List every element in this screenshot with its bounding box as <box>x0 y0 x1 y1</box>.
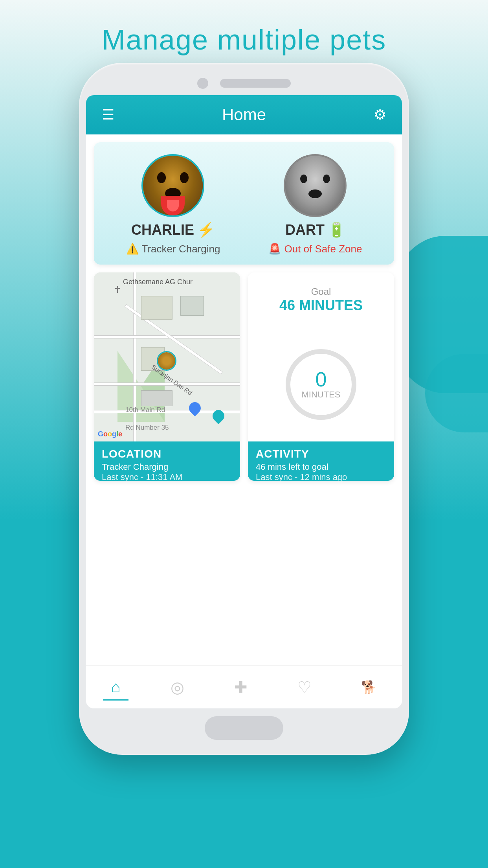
app-header: ☰ Home ⚙ <box>86 95 402 134</box>
pet-item-charlie[interactable]: CHARLIE ⚡ ⚠️ Tracker Charging <box>126 154 220 255</box>
tenth-main-label: 10th Main Rd <box>125 406 165 414</box>
progress-card: 0 MINUTES <box>248 327 394 441</box>
panels-row: ✝ Gethsemane AG Chur Suranjan Das Rd 10t… <box>94 272 394 481</box>
pets-nav-icon: 🐕 <box>361 680 377 695</box>
map-content: ✝ Gethsemane AG Chur Suranjan Das Rd 10t… <box>94 272 240 441</box>
church-icon: ✝ <box>114 284 121 295</box>
nav-location[interactable]: ◎ <box>163 674 192 700</box>
phone-bottom-bar <box>86 708 402 748</box>
charlie-battery-icon: ⚡ <box>197 222 215 238</box>
activity-status: 46 mins left to goal <box>256 462 386 472</box>
goal-label: Goal <box>311 286 331 297</box>
charlie-status: ⚠️ Tracker Charging <box>126 243 220 255</box>
location-footer: LOCATION Tracker Charging Last sync - 11… <box>94 441 240 481</box>
pet-item-dart[interactable]: DART 🔋 🚨 Out of Safe Zone <box>268 154 362 255</box>
phone-mockup: ☰ Home ⚙ <box>79 63 409 755</box>
phone-home-button[interactable] <box>205 716 283 740</box>
nav-pets[interactable]: 🐕 <box>353 676 385 699</box>
bottom-nav: ⌂ ◎ ✚ ♡ 🐕 <box>86 665 402 708</box>
dart-avatar <box>284 154 347 217</box>
dart-status: 🚨 Out of Safe Zone <box>268 243 362 255</box>
location-nav-icon: ◎ <box>171 678 184 696</box>
phone-speaker <box>220 79 291 88</box>
charlie-dog-face <box>143 156 203 215</box>
progress-number: 0 <box>316 369 327 390</box>
location-status: Tracker Charging <box>102 462 232 472</box>
rd-number-label: Rd Number 35 <box>125 424 169 432</box>
settings-icon[interactable]: ⚙ <box>374 107 386 123</box>
dart-status-icon: 🚨 <box>268 243 281 255</box>
phone-screen: ☰ Home ⚙ <box>86 95 402 708</box>
health-nav-icon: ♡ <box>297 678 312 696</box>
map-dog-pin[interactable] <box>157 351 176 371</box>
nav-health[interactable]: ♡ <box>290 674 319 700</box>
activity-title: ACTIVITY <box>256 448 386 460</box>
nav-home[interactable]: ⌂ <box>103 674 128 700</box>
charlie-avatar <box>141 154 204 217</box>
dart-dog-face <box>285 156 345 215</box>
header-title: Home <box>222 105 266 124</box>
menu-icon[interactable]: ☰ <box>102 107 114 123</box>
phone-top-bar <box>86 70 402 95</box>
progress-circle: 0 MINUTES <box>286 349 356 420</box>
location-sync: Last sync - 11:31 AM <box>102 472 232 481</box>
dart-battery-icon: 🔋 <box>328 222 345 238</box>
charlie-name: CHARLIE ⚡ <box>131 222 215 238</box>
activity-sync: Last sync - 12 mins ago <box>256 472 386 481</box>
phone-camera <box>197 78 208 89</box>
charlie-status-icon: ⚠️ <box>126 243 139 255</box>
goal-value: 46 MINUTES <box>279 297 363 314</box>
pets-card: CHARLIE ⚡ ⚠️ Tracker Charging <box>94 142 394 265</box>
google-logo: Google <box>98 430 122 438</box>
location-title: LOCATION <box>102 448 232 460</box>
church-label: Gethsemane AG Chur <box>123 278 193 286</box>
nav-add[interactable]: ✚ <box>226 674 255 700</box>
dart-name: DART 🔋 <box>285 222 345 238</box>
add-nav-icon: ✚ <box>234 678 248 696</box>
phone-shell: ☰ Home ⚙ <box>79 63 409 755</box>
goal-card: Goal 46 MINUTES <box>248 272 394 327</box>
activity-panel: Goal 46 MINUTES 0 MINUTES ACTIVITY 46 mi… <box>248 272 394 481</box>
activity-footer: ACTIVITY 46 mins left to goal Last sync … <box>248 441 394 481</box>
progress-unit: MINUTES <box>302 390 341 400</box>
page-title: Manage multiple pets <box>0 0 488 72</box>
map-panel[interactable]: ✝ Gethsemane AG Chur Suranjan Das Rd 10t… <box>94 272 240 481</box>
home-nav-icon: ⌂ <box>111 678 120 696</box>
